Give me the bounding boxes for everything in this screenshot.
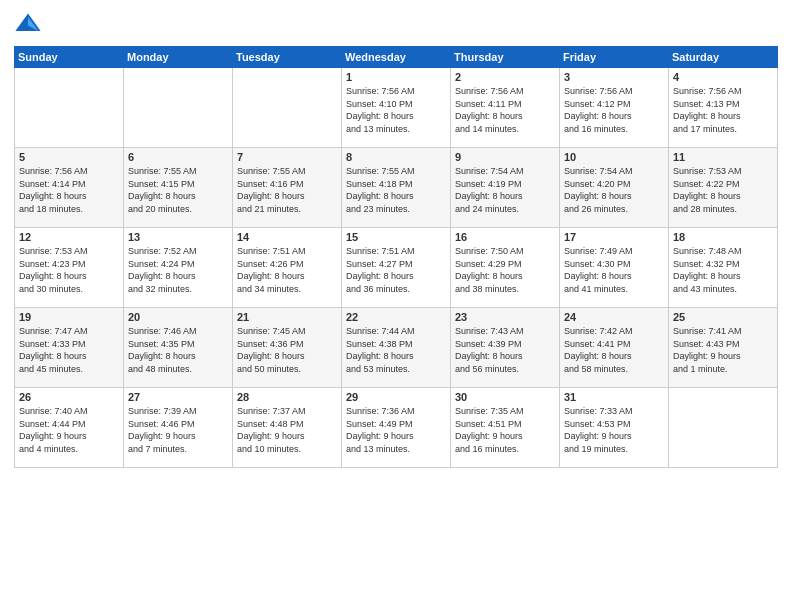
day-info: Sunrise: 7:51 AM Sunset: 4:26 PM Dayligh… [237,245,337,295]
calendar-cell: 1Sunrise: 7:56 AM Sunset: 4:10 PM Daylig… [342,68,451,148]
calendar-cell [669,388,778,468]
day-number: 24 [564,311,664,323]
day-number: 4 [673,71,773,83]
weekday-header: Sunday [15,47,124,68]
day-info: Sunrise: 7:45 AM Sunset: 4:36 PM Dayligh… [237,325,337,375]
weekday-header: Monday [124,47,233,68]
weekday-header: Wednesday [342,47,451,68]
day-info: Sunrise: 7:42 AM Sunset: 4:41 PM Dayligh… [564,325,664,375]
weekday-header-row: SundayMondayTuesdayWednesdayThursdayFrid… [15,47,778,68]
calendar-cell: 14Sunrise: 7:51 AM Sunset: 4:26 PM Dayli… [233,228,342,308]
day-info: Sunrise: 7:55 AM Sunset: 4:15 PM Dayligh… [128,165,228,215]
day-number: 27 [128,391,228,403]
day-info: Sunrise: 7:55 AM Sunset: 4:16 PM Dayligh… [237,165,337,215]
calendar-cell: 22Sunrise: 7:44 AM Sunset: 4:38 PM Dayli… [342,308,451,388]
calendar-cell: 27Sunrise: 7:39 AM Sunset: 4:46 PM Dayli… [124,388,233,468]
day-number: 7 [237,151,337,163]
day-number: 11 [673,151,773,163]
page: SundayMondayTuesdayWednesdayThursdayFrid… [0,0,792,612]
calendar-cell: 24Sunrise: 7:42 AM Sunset: 4:41 PM Dayli… [560,308,669,388]
day-number: 16 [455,231,555,243]
day-info: Sunrise: 7:33 AM Sunset: 4:53 PM Dayligh… [564,405,664,455]
calendar-cell: 29Sunrise: 7:36 AM Sunset: 4:49 PM Dayli… [342,388,451,468]
day-info: Sunrise: 7:48 AM Sunset: 4:32 PM Dayligh… [673,245,773,295]
logo-icon [14,10,42,38]
calendar-cell: 18Sunrise: 7:48 AM Sunset: 4:32 PM Dayli… [669,228,778,308]
calendar-cell: 6Sunrise: 7:55 AM Sunset: 4:15 PM Daylig… [124,148,233,228]
day-number: 26 [19,391,119,403]
day-number: 15 [346,231,446,243]
day-number: 14 [237,231,337,243]
calendar-cell: 7Sunrise: 7:55 AM Sunset: 4:16 PM Daylig… [233,148,342,228]
day-number: 5 [19,151,119,163]
day-info: Sunrise: 7:39 AM Sunset: 4:46 PM Dayligh… [128,405,228,455]
calendar-week-row: 26Sunrise: 7:40 AM Sunset: 4:44 PM Dayli… [15,388,778,468]
day-number: 25 [673,311,773,323]
day-info: Sunrise: 7:56 AM Sunset: 4:10 PM Dayligh… [346,85,446,135]
day-number: 19 [19,311,119,323]
weekday-header: Thursday [451,47,560,68]
day-number: 12 [19,231,119,243]
day-info: Sunrise: 7:44 AM Sunset: 4:38 PM Dayligh… [346,325,446,375]
calendar-cell: 31Sunrise: 7:33 AM Sunset: 4:53 PM Dayli… [560,388,669,468]
calendar-cell: 12Sunrise: 7:53 AM Sunset: 4:23 PM Dayli… [15,228,124,308]
day-info: Sunrise: 7:56 AM Sunset: 4:11 PM Dayligh… [455,85,555,135]
day-number: 18 [673,231,773,243]
day-info: Sunrise: 7:56 AM Sunset: 4:14 PM Dayligh… [19,165,119,215]
day-number: 22 [346,311,446,323]
day-info: Sunrise: 7:36 AM Sunset: 4:49 PM Dayligh… [346,405,446,455]
calendar-cell: 21Sunrise: 7:45 AM Sunset: 4:36 PM Dayli… [233,308,342,388]
day-info: Sunrise: 7:54 AM Sunset: 4:19 PM Dayligh… [455,165,555,215]
day-number: 2 [455,71,555,83]
calendar-cell: 8Sunrise: 7:55 AM Sunset: 4:18 PM Daylig… [342,148,451,228]
day-info: Sunrise: 7:43 AM Sunset: 4:39 PM Dayligh… [455,325,555,375]
calendar-cell: 11Sunrise: 7:53 AM Sunset: 4:22 PM Dayli… [669,148,778,228]
calendar-cell [124,68,233,148]
day-info: Sunrise: 7:35 AM Sunset: 4:51 PM Dayligh… [455,405,555,455]
weekday-header: Friday [560,47,669,68]
day-number: 23 [455,311,555,323]
calendar-week-row: 1Sunrise: 7:56 AM Sunset: 4:10 PM Daylig… [15,68,778,148]
calendar-cell: 17Sunrise: 7:49 AM Sunset: 4:30 PM Dayli… [560,228,669,308]
day-info: Sunrise: 7:55 AM Sunset: 4:18 PM Dayligh… [346,165,446,215]
day-number: 17 [564,231,664,243]
weekday-header: Tuesday [233,47,342,68]
day-number: 30 [455,391,555,403]
calendar-cell: 2Sunrise: 7:56 AM Sunset: 4:11 PM Daylig… [451,68,560,148]
calendar-week-row: 12Sunrise: 7:53 AM Sunset: 4:23 PM Dayli… [15,228,778,308]
calendar: SundayMondayTuesdayWednesdayThursdayFrid… [14,46,778,468]
calendar-cell: 10Sunrise: 7:54 AM Sunset: 4:20 PM Dayli… [560,148,669,228]
day-number: 10 [564,151,664,163]
calendar-week-row: 19Sunrise: 7:47 AM Sunset: 4:33 PM Dayli… [15,308,778,388]
calendar-cell: 13Sunrise: 7:52 AM Sunset: 4:24 PM Dayli… [124,228,233,308]
calendar-cell: 19Sunrise: 7:47 AM Sunset: 4:33 PM Dayli… [15,308,124,388]
calendar-cell: 28Sunrise: 7:37 AM Sunset: 4:48 PM Dayli… [233,388,342,468]
calendar-cell: 23Sunrise: 7:43 AM Sunset: 4:39 PM Dayli… [451,308,560,388]
day-number: 9 [455,151,555,163]
day-number: 6 [128,151,228,163]
day-number: 8 [346,151,446,163]
day-number: 31 [564,391,664,403]
day-info: Sunrise: 7:46 AM Sunset: 4:35 PM Dayligh… [128,325,228,375]
day-info: Sunrise: 7:56 AM Sunset: 4:12 PM Dayligh… [564,85,664,135]
calendar-cell: 3Sunrise: 7:56 AM Sunset: 4:12 PM Daylig… [560,68,669,148]
calendar-cell: 5Sunrise: 7:56 AM Sunset: 4:14 PM Daylig… [15,148,124,228]
calendar-cell: 16Sunrise: 7:50 AM Sunset: 4:29 PM Dayli… [451,228,560,308]
day-number: 20 [128,311,228,323]
day-info: Sunrise: 7:56 AM Sunset: 4:13 PM Dayligh… [673,85,773,135]
calendar-cell: 25Sunrise: 7:41 AM Sunset: 4:43 PM Dayli… [669,308,778,388]
calendar-cell [233,68,342,148]
day-info: Sunrise: 7:53 AM Sunset: 4:22 PM Dayligh… [673,165,773,215]
weekday-header: Saturday [669,47,778,68]
day-number: 28 [237,391,337,403]
header [14,10,778,38]
day-info: Sunrise: 7:51 AM Sunset: 4:27 PM Dayligh… [346,245,446,295]
calendar-cell: 15Sunrise: 7:51 AM Sunset: 4:27 PM Dayli… [342,228,451,308]
day-info: Sunrise: 7:54 AM Sunset: 4:20 PM Dayligh… [564,165,664,215]
day-number: 21 [237,311,337,323]
day-info: Sunrise: 7:52 AM Sunset: 4:24 PM Dayligh… [128,245,228,295]
calendar-cell [15,68,124,148]
calendar-cell: 9Sunrise: 7:54 AM Sunset: 4:19 PM Daylig… [451,148,560,228]
day-info: Sunrise: 7:37 AM Sunset: 4:48 PM Dayligh… [237,405,337,455]
day-info: Sunrise: 7:40 AM Sunset: 4:44 PM Dayligh… [19,405,119,455]
